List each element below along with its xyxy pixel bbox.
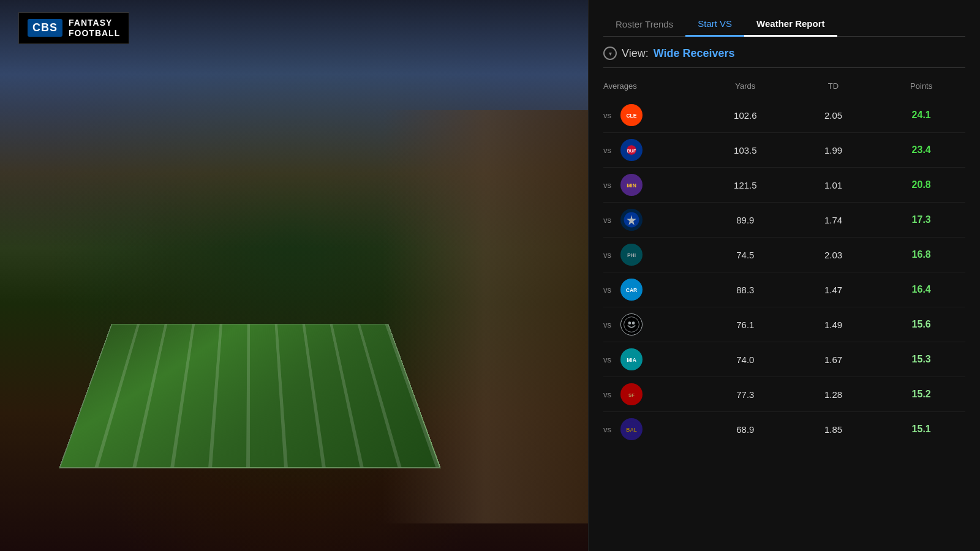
td-value: 1.74 <box>790 215 878 225</box>
view-label: View: <box>622 47 649 60</box>
td-value: 1.01 <box>790 180 878 190</box>
td-value: 1.85 <box>790 424 878 435</box>
tab-navigation: Roster Trends Start VS Weather Report <box>603 12 965 37</box>
points-value: 17.3 <box>877 214 965 225</box>
svg-text:BAL: BAL <box>626 427 637 433</box>
td-value: 2.03 <box>790 250 878 260</box>
points-value: 15.2 <box>877 389 965 400</box>
dropdown-icon[interactable]: ▾ <box>603 47 617 60</box>
logo-area: CBS FANTASY FOOTBALL <box>18 12 129 44</box>
table-row: vs BUF 103.5 1.99 23.4 <box>603 133 965 168</box>
vs-label: vs <box>603 425 614 434</box>
yards-value: 103.5 <box>701 145 790 156</box>
points-value: 15.6 <box>877 319 965 330</box>
yards-value: 121.5 <box>701 180 790 190</box>
svg-point-14 <box>628 321 631 324</box>
column-headers: Averages Yards TD Points <box>603 78 965 96</box>
stadium-image <box>0 0 588 551</box>
team-logo-49ers: SF <box>620 383 643 405</box>
left-panel: CBS FANTASY FOOTBALL <box>0 0 588 551</box>
team-logo-eagles: PHI <box>620 244 643 266</box>
table-row: vs MIA 74.0 1.67 15.3 <box>603 342 965 377</box>
team-logo-vikings: MIN <box>620 174 643 196</box>
points-value: 24.1 <box>877 110 965 121</box>
main-layout: CBS FANTASY FOOTBALL Roster Trends Start… <box>0 0 980 551</box>
vs-label: vs <box>603 181 614 190</box>
team-cell: vs <box>603 313 701 335</box>
table-row: vs SF 77.3 1.28 15.2 <box>603 377 965 412</box>
table-row: vs BAL 68.9 1.85 15.1 <box>603 412 965 446</box>
yards-value: 74.5 <box>701 250 790 260</box>
tab-start-vs[interactable]: Start VS <box>685 12 744 37</box>
table-row: vs CAR 88.3 1.47 16.4 <box>603 272 965 307</box>
col-points: Points <box>877 81 965 91</box>
td-value: 1.67 <box>790 354 878 365</box>
svg-point-15 <box>632 321 635 324</box>
team-cell: vs MIA <box>603 348 701 370</box>
vs-label: vs <box>603 285 614 294</box>
svg-text:MIN: MIN <box>627 182 636 189</box>
football-field <box>59 324 441 468</box>
vs-label: vs <box>603 250 614 260</box>
team-logo-bills: BUF <box>620 139 643 161</box>
yards-value: 77.3 <box>701 389 790 400</box>
right-panel: Roster Trends Start VS Weather Report ▾ … <box>588 0 980 551</box>
vs-label: vs <box>603 216 614 225</box>
svg-text:PHI: PHI <box>627 252 636 258</box>
td-value: 1.49 <box>790 320 878 330</box>
td-value: 2.05 <box>790 110 878 121</box>
td-value: 1.99 <box>790 145 878 156</box>
yards-value: 88.3 <box>701 285 790 295</box>
vs-label: vs <box>603 320 614 329</box>
col-averages: Averages <box>603 81 701 91</box>
col-yards: Yards <box>701 81 790 91</box>
svg-point-13 <box>624 317 639 332</box>
vs-label: vs <box>603 355 614 364</box>
view-selector[interactable]: ▾ View: Wide Receivers <box>603 47 965 68</box>
yards-value: 74.0 <box>701 354 790 365</box>
td-value: 1.47 <box>790 285 878 295</box>
team-logo-dolphins: MIA <box>620 348 643 370</box>
team-cell: vs BAL <box>603 418 701 440</box>
view-value: Wide Receivers <box>654 47 735 60</box>
data-rows: vs CLE 102.6 2.05 24.1 vs BUF 103.5 1.99… <box>603 98 965 446</box>
svg-text:CAR: CAR <box>626 287 638 293</box>
tab-roster-trends[interactable]: Roster Trends <box>603 13 685 36</box>
team-cell: vs MIN <box>603 174 701 196</box>
team-logo-browns: CLE <box>620 104 643 126</box>
yards-value: 76.1 <box>701 320 790 330</box>
vs-label: vs <box>603 146 614 155</box>
vs-label: vs <box>603 111 614 120</box>
team-cell: vs BUF <box>603 139 701 161</box>
team-cell: vs <box>603 209 701 231</box>
yards-value: 102.6 <box>701 110 790 121</box>
points-value: 15.3 <box>877 354 965 365</box>
vs-label: vs <box>603 390 614 399</box>
table-row: vs 76.1 1.49 15.6 <box>603 307 965 342</box>
points-value: 20.8 <box>877 179 965 190</box>
team-cell: vs CLE <box>603 104 701 126</box>
svg-text:MIA: MIA <box>627 357 636 363</box>
cbs-logo: CBS <box>28 19 62 37</box>
points-value: 15.1 <box>877 424 965 435</box>
tab-weather-report[interactable]: Weather Report <box>744 12 837 37</box>
team-logo-raiders <box>620 313 643 335</box>
table-row: vs PHI 74.5 2.03 16.8 <box>603 238 965 272</box>
points-value: 16.8 <box>877 249 965 260</box>
svg-text:BUF: BUF <box>627 149 636 153</box>
td-value: 1.28 <box>790 389 878 400</box>
team-cell: vs CAR <box>603 279 701 301</box>
yards-value: 68.9 <box>701 424 790 435</box>
team-cell: vs SF <box>603 383 701 405</box>
yards-value: 89.9 <box>701 215 790 225</box>
svg-text:SF: SF <box>628 392 635 398</box>
svg-text:CLE: CLE <box>626 113 636 119</box>
team-cell: vs PHI <box>603 244 701 266</box>
team-logo-ravens: BAL <box>620 418 643 440</box>
points-value: 16.4 <box>877 284 965 295</box>
col-td: TD <box>790 81 878 91</box>
points-value: 23.4 <box>877 144 965 156</box>
table-row: vs 89.9 1.74 17.3 <box>603 203 965 238</box>
fantasy-football-logo: FANTASY FOOTBALL <box>69 18 120 39</box>
team-logo-cowboys <box>620 209 643 231</box>
